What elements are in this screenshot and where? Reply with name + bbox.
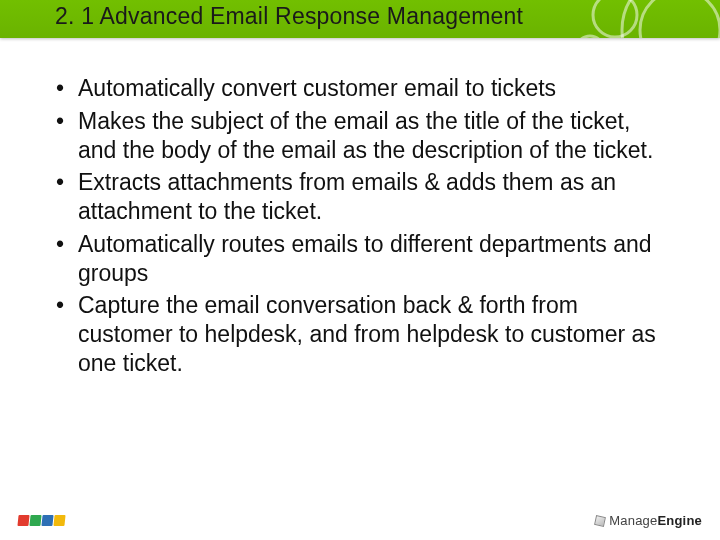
slide-title: 2. 1 Advanced Email Response Management bbox=[55, 3, 523, 30]
logo-tile bbox=[53, 515, 65, 526]
svg-point-3 bbox=[576, 36, 604, 38]
bullet-item: Extracts attachments from emails & adds … bbox=[52, 168, 668, 226]
slide-body: Automatically convert customer email to … bbox=[0, 38, 720, 378]
bullet-item: Automatically convert customer email to … bbox=[52, 74, 668, 103]
svg-point-2 bbox=[593, 0, 637, 37]
bullet-item: Makes the subject of the email as the ti… bbox=[52, 107, 668, 165]
manageengine-logo: ManageEngine bbox=[595, 513, 702, 528]
me-logo-prefix: Manage bbox=[609, 513, 657, 528]
me-logo-suffix: Engine bbox=[657, 513, 702, 528]
logo-tile bbox=[17, 515, 29, 526]
svg-point-1 bbox=[640, 0, 720, 38]
logo-tile bbox=[41, 515, 53, 526]
header-decoration bbox=[530, 0, 720, 38]
zoho-logo bbox=[18, 515, 65, 526]
slide-header: 2. 1 Advanced Email Response Management bbox=[0, 0, 720, 38]
bullet-list: Automatically convert customer email to … bbox=[52, 74, 668, 378]
bullet-item: Capture the email conversation back & fo… bbox=[52, 291, 668, 377]
bullet-item: Automatically routes emails to different… bbox=[52, 230, 668, 288]
logo-tile bbox=[29, 515, 41, 526]
slide-footer: ManageEngine bbox=[0, 508, 720, 532]
cube-icon bbox=[594, 515, 606, 527]
